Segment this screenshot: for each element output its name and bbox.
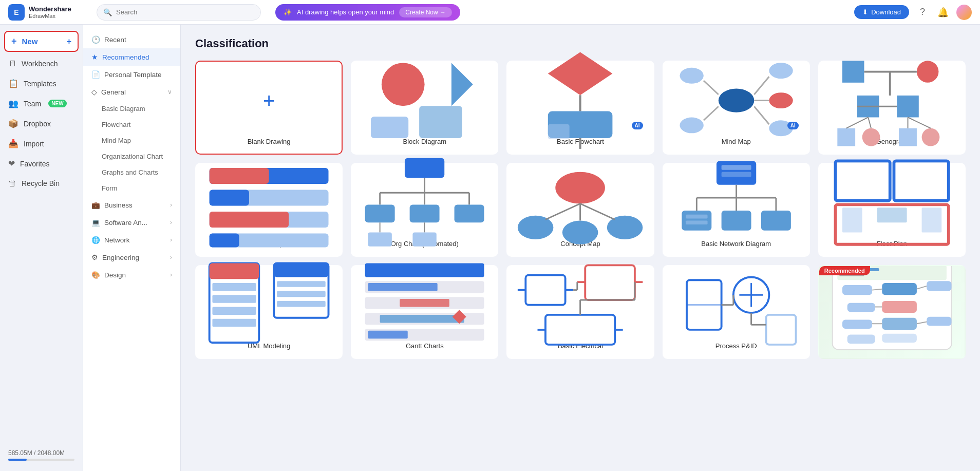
sidebar-item-dropbox[interactable]: 📦 Dropbox bbox=[0, 114, 83, 134]
nav-section-business[interactable]: 💼 Business › bbox=[83, 196, 180, 214]
svg-rect-122 bbox=[766, 315, 796, 345]
svg-line-34 bbox=[908, 118, 930, 128]
card-org-chart[interactable]: Org Chart (Automated) bbox=[351, 163, 498, 257]
sub-graphs[interactable]: Graphs and Charts bbox=[83, 164, 180, 180]
card-gantt-image bbox=[360, 274, 489, 336]
card-block-diagram[interactable]: Block Diagram bbox=[351, 61, 498, 155]
card-genogram[interactable]: Genogram bbox=[818, 61, 966, 155]
svg-line-31 bbox=[846, 118, 869, 128]
ai-banner[interactable]: ✨ AI drawing helps open your mind Create… bbox=[275, 4, 460, 21]
nav-recent[interactable]: 🕐 Recent bbox=[83, 31, 180, 48]
card-blank-drawing[interactable]: + Blank Drawing bbox=[195, 61, 343, 155]
svg-rect-29 bbox=[899, 128, 917, 146]
svg-rect-3 bbox=[371, 117, 408, 138]
sidebar-item-workbench[interactable]: 🖥 Workbench bbox=[0, 54, 83, 73]
card-uml[interactable]: UML Modeling bbox=[195, 265, 343, 359]
nav-section-network[interactable]: 🌐 Network › bbox=[83, 231, 180, 249]
nav-section-general[interactable]: ◇ General ∨ bbox=[83, 83, 180, 101]
sidebar-item-recycle-bin[interactable]: 🗑 Recycle Bin bbox=[0, 174, 83, 193]
mindmap-svg bbox=[672, 51, 801, 150]
storage-bar bbox=[8, 459, 74, 461]
card-blank-image: + bbox=[204, 70, 333, 131]
import-icon: 📥 bbox=[8, 139, 18, 148]
new-button[interactable]: + New + bbox=[4, 31, 79, 52]
nav-section-design[interactable]: 🎨 Design › bbox=[83, 266, 180, 284]
svg-rect-101 bbox=[368, 331, 408, 338]
storage-area: 585.05M / 2048.00M bbox=[0, 443, 83, 467]
storage-fill bbox=[8, 459, 27, 461]
download-button[interactable]: ⬇ Download bbox=[854, 5, 909, 19]
svg-rect-137 bbox=[882, 301, 917, 313]
svg-rect-71 bbox=[682, 211, 711, 231]
business-icon: 💼 bbox=[91, 201, 100, 209]
svg-rect-140 bbox=[882, 318, 917, 330]
card-basic-flowchart[interactable]: AI Basic Flowchart bbox=[506, 61, 654, 155]
search-bar[interactable]: 🔍 bbox=[97, 4, 261, 21]
svg-rect-79 bbox=[842, 208, 862, 233]
software-label: Software An... bbox=[104, 219, 147, 227]
sub-basic-diagram[interactable]: Basic Diagram bbox=[83, 101, 180, 117]
card-pid[interactable]: Process P&ID bbox=[663, 265, 810, 359]
card-electrical[interactable]: Basic Electrical bbox=[506, 265, 654, 359]
nav-personal-template[interactable]: 📄 Personal Template bbox=[83, 66, 180, 83]
svg-line-62 bbox=[580, 204, 615, 220]
download-icon: ⬇ bbox=[862, 8, 868, 16]
personal-template-icon: 📄 bbox=[91, 70, 100, 79]
svg-rect-145 bbox=[882, 334, 917, 343]
business-label: Business bbox=[104, 201, 133, 209]
svg-point-9 bbox=[718, 89, 754, 112]
card-concept-map[interactable]: Concept Map bbox=[506, 163, 654, 257]
network-icon: 🌐 bbox=[91, 236, 100, 244]
favorites-label: Favorites bbox=[20, 160, 50, 168]
sidebar-item-team[interactable]: 👥 Team NEW bbox=[0, 93, 83, 114]
mid-sidebar: 🕐 Recent ★ Recommended 📄 Personal Templa… bbox=[83, 25, 181, 471]
sidebar-item-favorites[interactable]: ❤ Favorites bbox=[0, 154, 83, 174]
main-layout: + New + 🖥 Workbench 📋 Templates 👥 Team N… bbox=[0, 25, 980, 471]
svg-point-10 bbox=[680, 68, 703, 84]
avatar[interactable] bbox=[956, 5, 972, 20]
svg-line-15 bbox=[703, 81, 718, 95]
card-electrical-image bbox=[516, 274, 645, 336]
svg-rect-49 bbox=[365, 205, 395, 223]
nav-recommended[interactable]: ★ Recommended bbox=[83, 48, 180, 66]
card-concept-image bbox=[516, 172, 645, 234]
content-area: Classification + Blank Drawing bbox=[181, 25, 980, 471]
new-label: New bbox=[22, 37, 38, 46]
new-add-icon: + bbox=[67, 37, 71, 46]
card-network-diagram[interactable]: Basic Network Diagram bbox=[663, 163, 810, 257]
svg-rect-97 bbox=[400, 299, 449, 307]
card-gantt[interactable]: Gantt Charts bbox=[351, 265, 498, 359]
sub-org-chart[interactable]: Organizational Chart bbox=[83, 148, 180, 164]
app-logo-icon: E bbox=[8, 4, 25, 21]
plus-icon: + bbox=[11, 36, 17, 47]
create-now-button[interactable]: Create Now → bbox=[399, 7, 452, 17]
svg-rect-91 bbox=[277, 291, 326, 297]
sidebar-item-templates[interactable]: 📋 Templates bbox=[0, 73, 83, 93]
card-edrawmind[interactable]: Recommended bbox=[818, 265, 966, 359]
card-floor-plan[interactable]: Floor Plan bbox=[818, 163, 966, 257]
notification-icon[interactable]: 🔔 bbox=[936, 5, 950, 20]
storage-text: 585.05M / 2048.00M bbox=[8, 449, 65, 457]
card-mind-map[interactable]: AI Mind Map bbox=[663, 61, 810, 155]
software-chevron: › bbox=[170, 219, 172, 226]
help-icon[interactable]: ? bbox=[915, 5, 930, 20]
svg-rect-85 bbox=[212, 295, 256, 303]
team-icon: 👥 bbox=[8, 99, 18, 108]
search-input[interactable] bbox=[116, 8, 254, 16]
templates-label: Templates bbox=[24, 80, 56, 88]
templates-icon: 📋 bbox=[8, 79, 18, 88]
nav-section-engineering[interactable]: ⚙ Engineering › bbox=[83, 249, 180, 266]
edrawmind-svg bbox=[827, 265, 956, 355]
sub-mind-map[interactable]: Mind Map bbox=[83, 133, 180, 148]
sidebar-item-import[interactable]: 📥 Import bbox=[0, 134, 83, 154]
genogram-svg bbox=[827, 51, 956, 150]
electrical-svg bbox=[516, 255, 645, 354]
sub-flowchart[interactable]: Flowchart bbox=[83, 117, 180, 133]
network-svg bbox=[672, 153, 801, 252]
card-roadmap[interactable]: RoadMap bbox=[195, 163, 343, 257]
nav-section-software[interactable]: 💻 Software An... › bbox=[83, 214, 180, 231]
sub-form[interactable]: Form bbox=[83, 180, 180, 196]
svg-rect-72 bbox=[721, 211, 751, 231]
svg-rect-109 bbox=[545, 315, 615, 345]
design-chevron: › bbox=[170, 271, 172, 278]
